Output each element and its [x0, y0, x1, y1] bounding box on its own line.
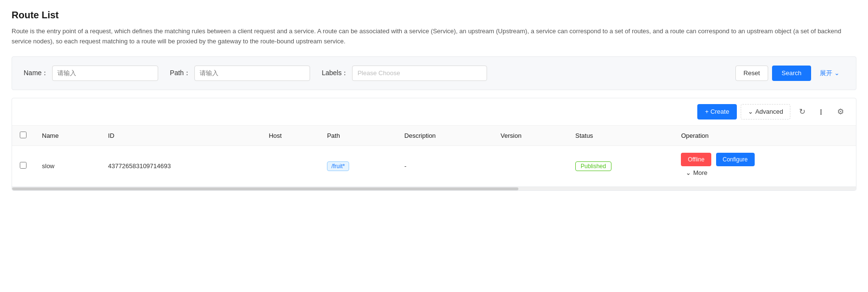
- labels-select[interactable]: Please Choose: [352, 66, 487, 81]
- path-input[interactable]: [194, 66, 310, 81]
- filter-columns-button[interactable]: ⫿: [814, 104, 829, 119]
- expand-button[interactable]: 展开 ⌄: [815, 66, 844, 81]
- cell-status: Published: [568, 146, 673, 186]
- filter-name-label: Name：: [24, 69, 48, 78]
- table-section: + Create ⌄ Advanced ↻ ⫿ ⚙ Name: [12, 98, 856, 191]
- expand-label: 展开: [820, 69, 832, 78]
- col-header-description: Description: [397, 126, 493, 146]
- filter-actions: Reset Search 展开 ⌄: [735, 66, 844, 81]
- col-header-path: Path: [319, 126, 396, 146]
- cell-id: 437726583109714693: [100, 146, 261, 186]
- col-header-version: Version: [493, 126, 568, 146]
- cell-host: [261, 146, 319, 186]
- row-checkbox-cell: [12, 146, 34, 186]
- cell-operation: Offline Configure ⌄ More: [673, 146, 856, 186]
- page-title: Route List: [12, 10, 856, 21]
- create-button[interactable]: + Create: [697, 104, 737, 119]
- select-all-checkbox[interactable]: [20, 132, 27, 138]
- gear-icon: ⚙: [837, 107, 844, 116]
- more-button[interactable]: ⌄ More: [681, 166, 712, 180]
- refresh-button[interactable]: ↻: [794, 104, 810, 119]
- table-row: slow 437726583109714693 /fruit* - Publis…: [12, 146, 856, 186]
- search-button[interactable]: Search: [772, 66, 811, 81]
- chevron-down-icon-more: ⌄: [686, 169, 691, 176]
- cell-description: -: [397, 146, 493, 186]
- col-header-name: Name: [34, 126, 100, 146]
- data-table: Name ID Host Path Description Version St…: [12, 126, 856, 186]
- path-tag: /fruit*: [327, 161, 349, 171]
- advanced-button[interactable]: ⌄ Advanced: [741, 104, 790, 119]
- settings-button[interactable]: ⚙: [833, 104, 848, 119]
- offline-button[interactable]: Offline: [681, 153, 711, 166]
- filter-panel: Name： Path： Labels： Please Choose Reset …: [12, 56, 856, 90]
- row-checkbox[interactable]: [20, 162, 27, 169]
- columns-icon: ⫿: [819, 107, 823, 116]
- page-container: Route List Route is the entry point of a…: [0, 0, 868, 200]
- filter-row: Name： Path： Labels： Please Choose Reset …: [24, 66, 844, 81]
- col-header-id: ID: [100, 126, 261, 146]
- status-badge: Published: [575, 161, 611, 171]
- header-checkbox-cell: [12, 126, 34, 146]
- filter-path-label: Path：: [170, 69, 190, 78]
- cell-name: slow: [34, 146, 100, 186]
- col-header-host: Host: [261, 126, 319, 146]
- col-header-status: Status: [568, 126, 673, 146]
- advanced-label: Advanced: [755, 108, 783, 115]
- configure-button[interactable]: Configure: [716, 153, 755, 166]
- cell-version: [493, 146, 568, 186]
- filter-labels-item: Labels： Please Choose: [322, 66, 487, 81]
- table-header-row: Name ID Host Path Description Version St…: [12, 126, 856, 146]
- page-description: Route is the entry point of a request, w…: [12, 27, 856, 47]
- col-header-operation: Operation: [673, 126, 856, 146]
- chevron-down-icon-advanced: ⌄: [748, 108, 753, 115]
- cell-path: /fruit*: [319, 146, 396, 186]
- reset-button[interactable]: Reset: [735, 66, 768, 81]
- name-input[interactable]: [52, 66, 158, 81]
- filter-path-item: Path：: [170, 66, 310, 81]
- refresh-icon: ↻: [799, 107, 805, 116]
- scrollbar-thumb: [12, 187, 518, 190]
- horizontal-scrollbar[interactable]: [12, 186, 856, 190]
- table-toolbar: + Create ⌄ Advanced ↻ ⫿ ⚙: [12, 98, 856, 126]
- filter-labels-label: Labels：: [322, 69, 348, 78]
- chevron-down-icon: ⌄: [834, 69, 840, 77]
- filter-name-item: Name：: [24, 66, 158, 81]
